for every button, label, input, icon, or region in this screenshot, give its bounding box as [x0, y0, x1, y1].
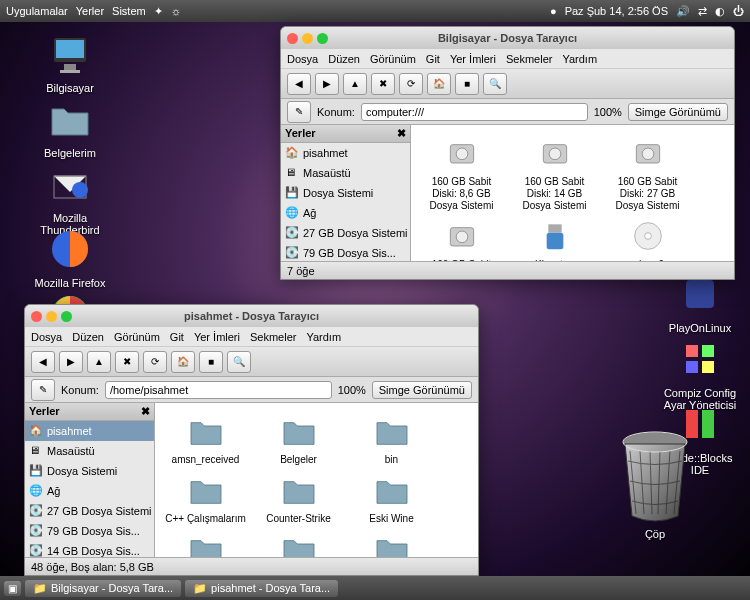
- file-item[interactable]: bin: [349, 411, 434, 466]
- menu-dosya[interactable]: Dosya: [287, 53, 318, 65]
- volume-icon[interactable]: 🔊: [676, 5, 690, 18]
- stop-button[interactable]: ✖: [115, 351, 139, 373]
- search-button[interactable]: 🔍: [227, 351, 251, 373]
- close-icon[interactable]: ✖: [141, 405, 150, 418]
- file-browser-window-computer[interactable]: Bilgisayar - Dosya Tarayıcı DosyaDüzenGö…: [280, 26, 735, 280]
- file-item[interactable]: Eski Wine: [349, 470, 434, 525]
- view-mode-button[interactable]: Simge Görünümü: [372, 381, 472, 399]
- file-item[interactable]: Kingston DataTraveler 2.0: KINGSTON: [512, 216, 597, 261]
- svg-point-23: [456, 231, 468, 243]
- home-button[interactable]: 🏠: [427, 73, 451, 95]
- home-button[interactable]: 🏠: [171, 351, 195, 373]
- file-item[interactable]: 160 GB Sabit Diski: 8,6 GB Dosya Sistemi: [419, 133, 504, 212]
- forward-button[interactable]: ▶: [315, 73, 339, 95]
- sidebar-item[interactable]: 🌐Ağ: [281, 203, 410, 223]
- sidebar-item[interactable]: 💽27 GB Dosya Sistemi: [25, 501, 154, 521]
- menu-git[interactable]: Git: [426, 53, 440, 65]
- stop-button[interactable]: ✖: [371, 73, 395, 95]
- sidebar-item[interactable]: 💽14 GB Dosya Sis...: [25, 541, 154, 557]
- desktop-icon-firefox[interactable]: Mozilla Firefox: [30, 225, 110, 289]
- sidebar-item[interactable]: 💽79 GB Dosya Sis...: [281, 243, 410, 261]
- reload-button[interactable]: ⟳: [399, 73, 423, 95]
- file-item[interactable]: 160 GB Sabit Diski: 14 GB Dosya Sistemi: [512, 133, 597, 212]
- up-button[interactable]: ▲: [343, 73, 367, 95]
- network-icon[interactable]: ⇄: [698, 5, 707, 18]
- launcher-icon[interactable]: ☼: [171, 5, 181, 17]
- back-button[interactable]: ◀: [31, 351, 55, 373]
- file-item[interactable]: amsn_received: [163, 411, 248, 466]
- desktop-icon-belgelerim[interactable]: Belgelerim: [30, 95, 110, 159]
- view-mode-button[interactable]: Simge Görünümü: [628, 103, 728, 121]
- zoom-label: 100%: [594, 106, 622, 118]
- file-item[interactable]: 160 GB Sabit Diski: 27 GB Dosya Sistemi: [605, 133, 690, 212]
- menu-sekmeler[interactable]: Sekmeler: [506, 53, 552, 65]
- forward-button[interactable]: ▶: [59, 351, 83, 373]
- file-item[interactable]: İndirilenler: [349, 529, 434, 557]
- menu-yardım[interactable]: Yardım: [562, 53, 597, 65]
- place-icon: 🏠: [29, 424, 43, 438]
- indicator-icon[interactable]: ◐: [715, 5, 725, 18]
- file-item[interactable]: GomPlayer: [256, 529, 341, 557]
- sidebar-item[interactable]: 🖥Masaüstü: [281, 163, 410, 183]
- path-toggle-button[interactable]: ✎: [287, 101, 311, 123]
- location-input[interactable]: [361, 103, 588, 121]
- sidebar-header[interactable]: Yerler✖: [25, 403, 154, 421]
- menubar: DosyaDüzenGörünümGitYer İmleriSekmelerYa…: [281, 49, 734, 69]
- menu-görünüm[interactable]: Görünüm: [114, 331, 160, 343]
- file-item[interactable]: 160 GB Sabit Diski: 79 GB Dosya Sistemi: [419, 216, 504, 261]
- up-button[interactable]: ▲: [87, 351, 111, 373]
- computer-button[interactable]: ■: [199, 351, 223, 373]
- sidebar-item[interactable]: 🏠pisahmet: [25, 421, 154, 441]
- reload-button[interactable]: ⟳: [143, 351, 167, 373]
- sidebar-item[interactable]: 🏠pisahmet: [281, 143, 410, 163]
- taskbar-window-button[interactable]: 📁Bilgisayar - Dosya Tara...: [25, 580, 181, 597]
- sidebar-item[interactable]: 💾Dosya Sistemi: [281, 183, 410, 203]
- menu-system[interactable]: Sistem: [112, 5, 146, 17]
- menu-dosya[interactable]: Dosya: [31, 331, 62, 343]
- show-desktop-button[interactable]: ▣: [4, 581, 21, 596]
- search-button[interactable]: 🔍: [483, 73, 507, 95]
- path-toggle-button[interactable]: ✎: [31, 379, 55, 401]
- menu-yer i̇mleri[interactable]: Yer İmleri: [450, 53, 496, 65]
- desktop-trash[interactable]: Çöp: [610, 426, 700, 540]
- file-browser-window-home[interactable]: pisahmet - Dosya Tarayıcı DosyaDüzenGörü…: [24, 304, 479, 576]
- sidebar-item[interactable]: 💾Dosya Sistemi: [25, 461, 154, 481]
- menu-görünüm[interactable]: Görünüm: [370, 53, 416, 65]
- sidebar-header[interactable]: Yerler✖: [281, 125, 410, 143]
- file-view[interactable]: 160 GB Sabit Diski: 8,6 GB Dosya Sistemi…: [411, 125, 734, 261]
- menu-applications[interactable]: Uygulamalar: [6, 5, 68, 17]
- desktop-icon-bilgisayar[interactable]: Bilgisayar: [30, 30, 110, 94]
- file-item[interactable]: Counter-Strike: [256, 470, 341, 525]
- menu-yer i̇mleri[interactable]: Yer İmleri: [194, 331, 240, 343]
- clock[interactable]: Paz Şub 14, 2:56 ÖS: [565, 5, 668, 17]
- sidebar-item[interactable]: 🖥Masaüstü: [25, 441, 154, 461]
- file-item[interactable]: Belgeler: [256, 411, 341, 466]
- sidebar-item[interactable]: 🌐Ağ: [25, 481, 154, 501]
- location-input[interactable]: [105, 381, 332, 399]
- menu-düzen[interactable]: Düzen: [72, 331, 104, 343]
- back-button[interactable]: ◀: [287, 73, 311, 95]
- power-icon[interactable]: ⏻: [733, 5, 744, 17]
- titlebar[interactable]: pisahmet - Dosya Tarayıcı: [25, 305, 478, 327]
- titlebar[interactable]: Bilgisayar - Dosya Tarayıcı: [281, 27, 734, 49]
- sidebar-item[interactable]: 💽79 GB Dosya Sis...: [25, 521, 154, 541]
- file-item[interactable]: cdrom0: [605, 216, 690, 261]
- file-item[interactable]: Genel: [163, 529, 248, 557]
- close-icon[interactable]: ✖: [397, 127, 406, 140]
- sidebar-item-label: Ağ: [303, 207, 316, 219]
- menu-yardım[interactable]: Yardım: [306, 331, 341, 343]
- menu-sekmeler[interactable]: Sekmeler: [250, 331, 296, 343]
- svg-rect-11: [702, 345, 714, 357]
- file-label: 160 GB Sabit Diski: 27 GB Dosya Sistemi: [605, 176, 690, 212]
- icon-label: Mozilla Firefox: [30, 277, 110, 289]
- menu-git[interactable]: Git: [170, 331, 184, 343]
- file-item[interactable]: C++ Çalışmalarım: [163, 470, 248, 525]
- launcher-icon[interactable]: ✦: [154, 5, 163, 18]
- sidebar-item[interactable]: 💽27 GB Dosya Sistemi: [281, 223, 410, 243]
- taskbar-window-button[interactable]: 📁pisahmet - Dosya Tara...: [185, 580, 338, 597]
- file-view[interactable]: amsn_receivedBelgelerbinC++ Çalışmalarım…: [155, 403, 478, 557]
- menu-düzen[interactable]: Düzen: [328, 53, 360, 65]
- indicator-icon[interactable]: ●: [550, 5, 557, 17]
- menu-places[interactable]: Yerler: [76, 5, 104, 17]
- computer-button[interactable]: ■: [455, 73, 479, 95]
